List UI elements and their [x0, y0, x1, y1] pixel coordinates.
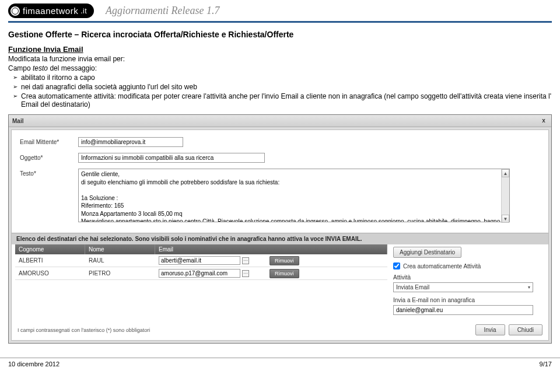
attivita-label: Attività: [393, 274, 545, 281]
row-email-input[interactable]: [159, 269, 240, 278]
row-email-input[interactable]: [159, 256, 240, 265]
cell-email: ⋯: [155, 254, 266, 267]
cell-nome: RAUL: [85, 256, 155, 265]
intro-line-2: Campo testo del messaggio:: [8, 64, 552, 72]
crea-attivita-label: Crea automaticamente Attività: [403, 263, 481, 270]
logo-tld: .it: [80, 7, 87, 15]
section-heading: Funzione Invia Email: [8, 45, 552, 54]
page-footer: 10 dicembre 2012 9/17: [0, 358, 560, 373]
table-row: ALBERTI RAUL ⋯ Rimuovi: [15, 254, 387, 267]
invia-button[interactable]: Invia: [475, 324, 505, 335]
email-mittente-input[interactable]: [78, 137, 183, 147]
destinatari-note: Elenco dei destinatari che hai seleziona…: [12, 233, 548, 244]
extra-email-label: Invia a E-mail non in anagrafica: [393, 297, 545, 303]
bullet-list: abilitato il ritorno a capo nei dati ana…: [13, 74, 552, 108]
cell-nome: PIETRO: [85, 268, 155, 278]
close-icon[interactable]: x: [540, 117, 548, 125]
chevron-down-icon: ▾: [528, 285, 530, 290]
cell-cognome: AMORUSO: [15, 268, 85, 278]
dialog-title: Mail: [12, 118, 23, 124]
list-item: abilitato il ritorno a capo: [13, 74, 552, 82]
col-header-cognome: Cognome: [15, 244, 85, 254]
lookup-icon[interactable]: ⋯: [242, 270, 249, 277]
footer-date: 10 dicembre 2012: [8, 360, 60, 368]
list-item: nei dati anagrafici della società aggiun…: [13, 83, 552, 91]
required-note: I campi contrassegnati con l'asterisco (…: [18, 327, 150, 333]
logo-sub: network: [46, 6, 78, 16]
oggetto-input[interactable]: [78, 153, 265, 163]
label-testo: Testo*: [20, 169, 78, 177]
mail-form: Email Mittente* Oggetto* Testo* ▲ ▼: [12, 130, 548, 233]
header-divider: [8, 21, 552, 23]
list-item: Crea automaticamente attività: modificat…: [13, 92, 552, 108]
dialog-titlebar: Mail x: [9, 115, 551, 127]
site-logo: fimaanetwork.it: [8, 4, 94, 18]
release-title: Aggiornamenti Release 1.7: [106, 5, 219, 17]
page-header: fimaanetwork.it Aggiornamenti Release 1.…: [0, 0, 560, 20]
footer-page-number: 9/17: [540, 360, 552, 368]
aggiungi-destinatario-button[interactable]: Aggiungi Destinatario: [393, 247, 461, 258]
testo-textarea[interactable]: [78, 169, 510, 222]
extra-email-input[interactable]: [393, 305, 533, 315]
rimuovi-button[interactable]: Rimuovi: [270, 256, 299, 265]
attivita-select[interactable]: Inviata Email ▾: [393, 282, 533, 292]
dialog-footer: I campi contrassegnati con l'asterisco (…: [12, 321, 548, 340]
intro-line-1: Modificata la funzione invia email per:: [8, 55, 552, 63]
label-mittente: Email Mittente*: [20, 137, 78, 145]
table-row: AMORUSO PIETRO ⋯ Rimuovi: [15, 267, 387, 280]
col-header-nome: Nome: [85, 244, 155, 254]
destinatari-table: Cognome Nome Email ALBERTI RAUL ⋯ Rimuov…: [15, 244, 387, 315]
cell-email: ⋯: [155, 267, 266, 279]
col-header-email: Email: [155, 244, 387, 254]
document-body: Gestione Offerte – Ricerca incrociata Of…: [0, 30, 560, 344]
textarea-scrollbar[interactable]: ▲ ▼: [501, 169, 509, 223]
rimuovi-button[interactable]: Rimuovi: [270, 269, 299, 278]
crea-attivita-checkbox[interactable]: [393, 262, 400, 270]
scroll-down-icon[interactable]: ▼: [502, 215, 509, 223]
chiudi-button[interactable]: Chiudi: [509, 324, 542, 335]
label-oggetto: Oggetto*: [20, 153, 78, 161]
scroll-up-icon[interactable]: ▲: [502, 169, 509, 177]
side-panel: Aggiungi Destinatario Crea automaticamen…: [393, 244, 545, 315]
cell-cognome: ALBERTI: [15, 256, 85, 265]
page-title: Gestione Offerte – Ricerca incrociata Of…: [8, 30, 552, 39]
logo-main: fimaa: [23, 6, 46, 16]
mail-dialog: Mail x Email Mittente* Oggetto* Testo*: [8, 114, 552, 344]
lookup-icon[interactable]: ⋯: [242, 257, 249, 264]
